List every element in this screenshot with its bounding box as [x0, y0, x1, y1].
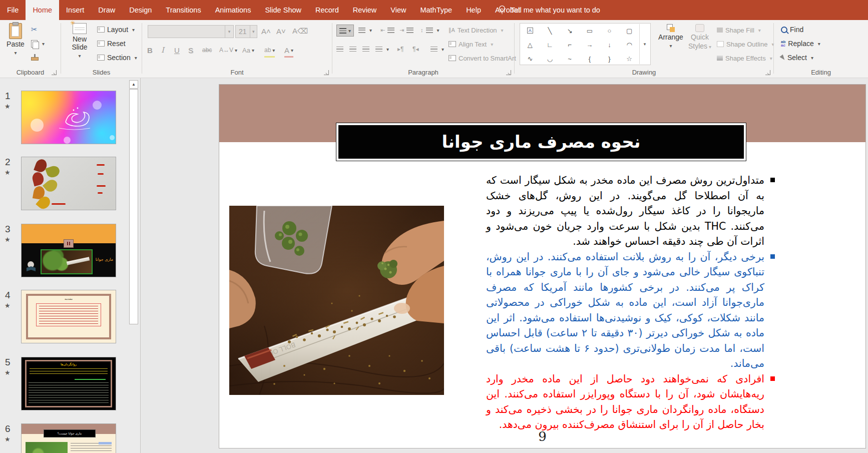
- bullets-button[interactable]: ▾: [336, 25, 354, 37]
- paste-button[interactable]: Paste ▾: [3, 23, 28, 57]
- new-slide-dropdown-icon[interactable]: ▾: [78, 52, 81, 60]
- ltr-direction-button[interactable]: ▸¶: [397, 44, 403, 55]
- slide-thumbnail-1[interactable]: [21, 91, 116, 144]
- animation-star-icon[interactable]: ★: [5, 435, 11, 443]
- layout-button[interactable]: Layout: [97, 24, 135, 35]
- shapes-gallery-more-button[interactable]: ▾: [639, 24, 650, 64]
- font-dialog-launcher[interactable]: [324, 70, 329, 75]
- align-left-button[interactable]: [362, 44, 369, 55]
- align-right-button[interactable]: [336, 44, 343, 55]
- shape-line-icon[interactable]: ╲: [548, 27, 552, 35]
- font-size-combobox[interactable]: 21 ▾: [235, 25, 257, 38]
- reset-button[interactable]: Reset: [97, 38, 126, 49]
- quick-styles-button[interactable]: Quick Styles: [687, 24, 713, 51]
- tab-transitions[interactable]: Transitions: [159, 0, 208, 20]
- shape-outline-button[interactable]: Shape Outline: [717, 39, 774, 50]
- slide-editing-area[interactable]: نحوه مصرف ماری جوانا: [219, 84, 866, 448]
- tab-insert[interactable]: Insert: [59, 0, 91, 20]
- shape-elbow-icon[interactable]: ∟: [547, 41, 553, 49]
- joint-rolling-photo[interactable]: ЯO ꓶꓶOꓭ: [229, 206, 444, 395]
- tab-home[interactable]: Home: [26, 0, 59, 20]
- tab-record[interactable]: Record: [308, 0, 346, 20]
- tell-me-box[interactable]: Tell me what you want to do: [498, 0, 600, 20]
- new-slide-button[interactable]: New Slide ▾: [65, 23, 94, 60]
- shape-textbox-icon[interactable]: A: [527, 28, 533, 34]
- change-case-button[interactable]: Aa: [242, 44, 254, 56]
- drawing-dialog-launcher[interactable]: [765, 70, 770, 75]
- align-center-button[interactable]: [349, 44, 356, 55]
- highlight-color-button[interactable]: ab: [264, 44, 275, 58]
- shape-curve-icon[interactable]: ◡: [547, 55, 553, 63]
- tab-animations[interactable]: Animations: [208, 0, 258, 20]
- paste-dropdown-icon[interactable]: ▾: [14, 49, 17, 57]
- shape-arc-icon[interactable]: ◠: [626, 41, 632, 49]
- tab-draw[interactable]: Draw: [91, 0, 122, 20]
- shape-effects-button[interactable]: Shape Effects: [717, 53, 772, 64]
- shrink-font-button[interactable]: A˅: [276, 25, 286, 37]
- shape-right-brace-icon[interactable]: }: [608, 55, 610, 63]
- shape-scribble-icon[interactable]: ∿: [527, 55, 533, 63]
- rtl-direction-button[interactable]: ¶◂: [412, 44, 418, 55]
- thumbnail-scrollbar[interactable]: ▲: [129, 80, 138, 451]
- tab-mathtype[interactable]: MathType: [413, 0, 459, 20]
- shape-right-arrow-icon[interactable]: →: [586, 41, 593, 49]
- increase-indent-button[interactable]: ⇥: [399, 25, 413, 36]
- convert-to-smartart-button[interactable]: Convert to SmartArt: [449, 53, 523, 64]
- copy-dropdown-icon[interactable]: ▾: [42, 41, 45, 47]
- shape-rectangle-icon[interactable]: ▭: [587, 27, 593, 35]
- copy-button[interactable]: ▾: [31, 38, 45, 49]
- tab-view[interactable]: View: [383, 0, 413, 20]
- section-button[interactable]: Section: [97, 52, 137, 63]
- arrange-button[interactable]: Arrange ▾: [657, 24, 685, 50]
- font-name-dropdown-icon[interactable]: ▾: [225, 26, 233, 38]
- slide-thumbnail-5[interactable]: روانگردان‌ها: [21, 357, 116, 410]
- font-name-combobox[interactable]: ▾: [148, 25, 234, 38]
- select-button[interactable]: Select: [781, 52, 813, 63]
- tab-review[interactable]: Review: [346, 0, 384, 20]
- character-spacing-button[interactable]: A↔V: [219, 44, 237, 56]
- shape-rounded-rect-icon[interactable]: ▢: [626, 27, 632, 35]
- clear-formatting-button[interactable]: A⌫: [292, 25, 308, 37]
- replace-button[interactable]: abacReplace: [781, 38, 820, 49]
- strikethrough-button[interactable]: abc: [202, 44, 212, 56]
- slide-thumbnail-3[interactable]: ماری جوانا: [21, 224, 116, 277]
- text-shadow-button[interactable]: S: [188, 44, 193, 56]
- underline-button[interactable]: U: [174, 44, 180, 56]
- slide-thumbnail-2[interactable]: [21, 157, 116, 210]
- scrollbar-up-arrow[interactable]: ▲: [129, 80, 138, 89]
- slide-thumbnail-6[interactable]: ماری جوانا چیست؟: [21, 423, 116, 453]
- paragraph-dialog-launcher[interactable]: [506, 70, 511, 75]
- slide-thumbnail-4[interactable]: مقدمه: [21, 290, 116, 343]
- justify-button[interactable]: [375, 44, 389, 55]
- shape-star-icon[interactable]: ☆: [626, 55, 632, 63]
- cut-button[interactable]: ✂: [31, 24, 38, 35]
- format-painter-button[interactable]: [31, 53, 39, 64]
- tab-slide-show[interactable]: Slide Show: [258, 0, 308, 20]
- tab-design[interactable]: Design: [122, 0, 159, 20]
- shape-elbow2-icon[interactable]: ⌐: [568, 41, 572, 49]
- scrollbar-thumb[interactable]: [129, 89, 138, 324]
- shape-freeform-icon[interactable]: ~: [568, 55, 572, 63]
- shape-fill-button[interactable]: Shape Fill: [717, 25, 761, 36]
- animation-star-icon[interactable]: ★: [5, 103, 11, 110]
- numbering-button[interactable]: [358, 25, 372, 36]
- bold-button[interactable]: B: [147, 44, 153, 56]
- font-color-button[interactable]: A: [284, 44, 293, 58]
- line-spacing-button[interactable]: ↕: [420, 25, 440, 36]
- clipboard-dialog-launcher[interactable]: [52, 70, 57, 75]
- tab-file[interactable]: File: [0, 0, 26, 20]
- animation-star-icon[interactable]: ★: [5, 169, 11, 176]
- shape-down-arrow-icon[interactable]: ↓: [608, 41, 611, 49]
- find-button[interactable]: Find: [781, 24, 803, 35]
- shape-arrow-icon[interactable]: ↘: [567, 27, 573, 35]
- italic-button[interactable]: I: [161, 44, 164, 56]
- font-size-dropdown-icon[interactable]: ▾: [250, 26, 257, 38]
- shapes-gallery[interactable]: A ╲ ↘ ▭ ○ ▢ △ ∟ ⌐ → ↓ ◠ ∿ ◡ ~ { } ☆ ▾: [520, 23, 651, 65]
- animation-star-icon[interactable]: ★: [5, 369, 11, 376]
- slide-title-box[interactable]: نحوه مصرف ماری جوانا: [336, 123, 746, 161]
- text-direction-button[interactable]: ∥AText Direction: [449, 25, 504, 36]
- shape-oval-icon[interactable]: ○: [608, 27, 612, 35]
- animation-star-icon[interactable]: ★: [5, 236, 11, 243]
- shape-left-brace-icon[interactable]: {: [589, 55, 591, 63]
- grow-font-button[interactable]: A˄: [261, 25, 271, 37]
